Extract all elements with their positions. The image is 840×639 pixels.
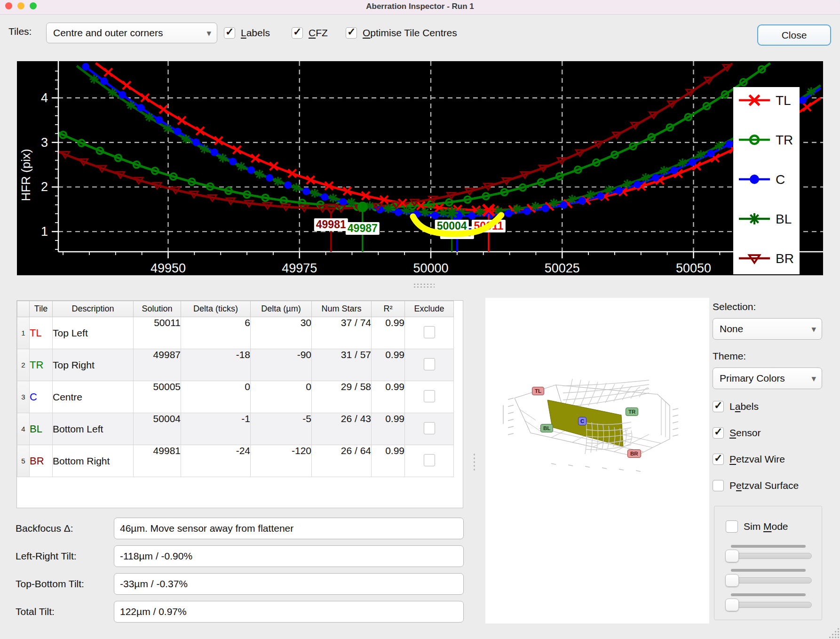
selection-dropdown-value: None <box>713 323 811 335</box>
svg-text:50025: 50025 <box>545 261 580 275</box>
svg-text:HFR (pix): HFR (pix) <box>19 149 33 201</box>
top-bottom-tilt-field[interactable]: -33µm / -0.37% <box>114 573 464 595</box>
total-tilt-field[interactable]: 122µm / 0.97% <box>114 601 464 623</box>
horizontal-splitter-handle[interactable] <box>413 283 435 289</box>
petzval-wire-label: Petzval Wire <box>729 454 785 465</box>
checkbox-box[interactable] <box>292 27 303 39</box>
checkbox-box[interactable] <box>713 401 724 412</box>
row-number: 3 <box>17 381 30 413</box>
labels-3d-checkbox[interactable]: Labels <box>713 401 759 412</box>
checkbox-box[interactable] <box>224 27 235 39</box>
labels-checkbox[interactable]: Labels <box>224 27 270 39</box>
backfocus-label: Backfocus Δ: <box>16 518 110 539</box>
optimise-tile-centres-checkbox[interactable]: Optimise Tile Centres <box>346 27 457 39</box>
window-title: Aberration Inspector - Run 1 <box>0 2 840 11</box>
svg-text:1: 1 <box>41 224 48 239</box>
backfocus-field[interactable]: 46µm. Move sensor away from flattener <box>114 518 464 539</box>
resize-grip[interactable] <box>829 629 839 638</box>
slider-tickbar <box>731 569 806 572</box>
solution-value: 50011 <box>134 317 181 349</box>
tiles-dropdown[interactable]: Centre and outer corners ▾ <box>46 23 217 43</box>
exclude-checkbox[interactable] <box>424 422 435 434</box>
column-header-r-[interactable]: R² <box>372 301 405 317</box>
row-number: 4 <box>17 413 30 445</box>
exclude-checkbox[interactable] <box>424 390 435 402</box>
table-row[interactable]: 4BLBottom Left50004-1-526 / 430.99 <box>17 413 454 445</box>
exclude-checkbox[interactable] <box>424 358 435 370</box>
column-header-num-stars[interactable]: Num Stars <box>312 301 372 317</box>
left-right-tilt-field[interactable]: -118µm / -0.90% <box>114 545 464 567</box>
num-stars-value: 26 / 64 <box>312 445 372 477</box>
sensor-3d-svg <box>485 298 709 623</box>
checkbox-box[interactable] <box>713 427 724 439</box>
column-header-solution[interactable]: Solution <box>134 301 181 317</box>
sensor-checkbox[interactable]: Sensor <box>713 427 761 439</box>
close-button[interactable]: Close <box>757 24 831 46</box>
svg-text:C: C <box>776 172 785 187</box>
slider-tickbar <box>731 593 806 596</box>
row-number: 5 <box>17 445 30 477</box>
sensor-label: Sensor <box>729 427 761 439</box>
svg-text:49981: 49981 <box>316 218 346 231</box>
corner-badge-bl: BL <box>540 424 553 432</box>
svg-text:50000: 50000 <box>413 261 448 275</box>
tile-code: TR <box>30 349 53 381</box>
sim-slider-1-track[interactable] <box>727 553 812 559</box>
vertical-splitter-handle[interactable] <box>473 453 477 472</box>
tile-code: BL <box>30 413 53 445</box>
solution-value: 50005 <box>134 381 181 413</box>
slider-tickbar <box>731 545 806 548</box>
theme-dropdown[interactable]: Primary Colors ▾ <box>713 367 822 389</box>
column-header-description[interactable]: Description <box>53 301 134 317</box>
exclude-checkbox[interactable] <box>424 326 435 338</box>
selection-dropdown[interactable]: None ▾ <box>713 318 822 340</box>
chart-legend <box>733 87 800 274</box>
sim-mode-checkbox[interactable]: Sim Mode <box>726 520 788 533</box>
sim-slider-3-handle[interactable] <box>725 599 739 611</box>
column-header-exclude[interactable]: Exclude <box>405 301 454 317</box>
sim-mode-group: Sim Mode <box>714 506 822 620</box>
theme-dropdown-value: Primary Colors <box>713 373 811 384</box>
num-stars-value: 37 / 74 <box>312 317 372 349</box>
sim-slider-3-track[interactable] <box>727 602 812 608</box>
checkbox-box[interactable] <box>346 27 357 39</box>
corner-badge-tr: TR <box>626 407 638 416</box>
column-header-delta-ticks-[interactable]: Delta (ticks) <box>181 301 251 317</box>
sim-slider-2-handle[interactable] <box>725 574 739 587</box>
petzval-surface-checkbox[interactable]: Petzval Surface <box>713 480 799 491</box>
sim-slider-1-handle[interactable] <box>725 550 739 562</box>
r-squared-value: 0.99 <box>372 317 405 349</box>
left-right-tilt-label: Left-Right Tilt: <box>16 545 110 567</box>
checkbox-box[interactable] <box>713 480 724 491</box>
checkbox-box[interactable] <box>726 520 738 533</box>
table-row[interactable]: 3CCentre500050029 / 580.99 <box>17 381 454 413</box>
num-stars-value: 31 / 57 <box>312 349 372 381</box>
tiles-dropdown-value: Centre and outer corners <box>47 27 206 39</box>
svg-text:50050: 50050 <box>676 261 711 275</box>
sim-slider-2-track[interactable] <box>727 577 812 583</box>
svg-text:3: 3 <box>41 136 48 150</box>
column-header-delta-m-[interactable]: Delta (µm) <box>251 301 312 317</box>
tile-description: Centre <box>53 381 134 413</box>
chevron-down-icon: ▾ <box>811 324 822 335</box>
delta-ticks-value: 6 <box>181 317 251 349</box>
column-header-tile[interactable]: Tile <box>30 301 53 317</box>
r-squared-value: 0.99 <box>372 349 405 381</box>
table-corner-cell <box>17 301 30 317</box>
cfz-checkbox[interactable]: CFZ <box>292 27 328 39</box>
table-row[interactable]: 5BRBottom Right49981-24-12026 / 640.99 <box>17 445 454 477</box>
titlebar: Aberration Inspector - Run 1 <box>0 0 840 15</box>
row-number: 2 <box>17 349 30 381</box>
hfr-chart-svg: 12344995049975500005002550050HFR (pix)50… <box>17 61 823 275</box>
labels-checkbox-label: Labels <box>241 27 270 39</box>
tile-code: C <box>30 381 53 413</box>
delta-ticks-value: -24 <box>181 445 251 477</box>
checkbox-box[interactable] <box>713 454 724 465</box>
total-tilt-row: Total Tilt:122µm / 0.97% <box>16 601 464 623</box>
petzval-wire-checkbox[interactable]: Petzval Wire <box>713 454 785 465</box>
top-bottom-tilt-label: Top-Bottom Tilt: <box>16 573 110 595</box>
table-row[interactable]: 1TLTop Left5001163037 / 740.99 <box>17 317 454 349</box>
exclude-checkbox[interactable] <box>424 454 435 466</box>
table-row[interactable]: 2TRTop Right49987-18-9031 / 570.99 <box>17 349 454 381</box>
sensor-3d-view[interactable]: TLTRBLBRC <box>485 298 709 623</box>
